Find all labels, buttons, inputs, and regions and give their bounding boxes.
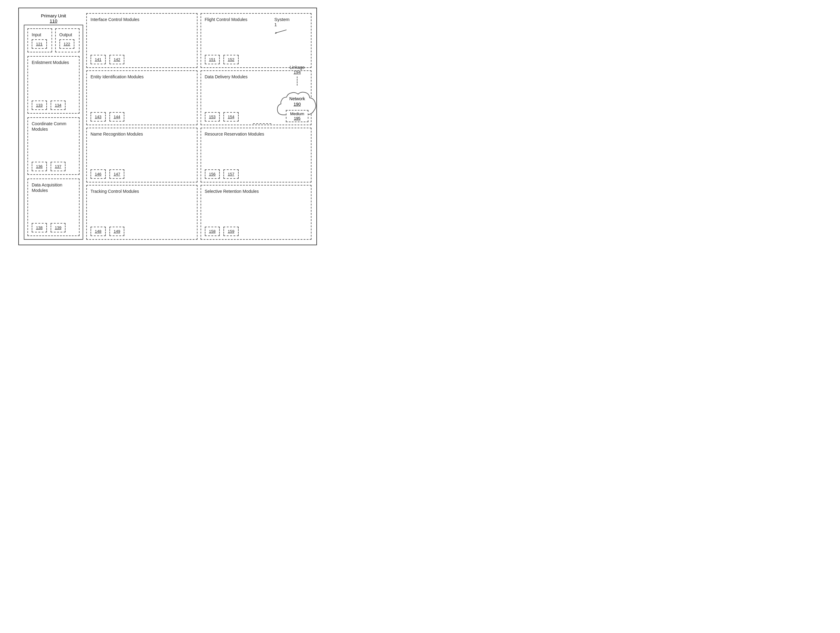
module-158: 158 [205, 227, 220, 236]
primary-unit-title: Primary Unit 110 [24, 13, 83, 24]
module-143: 143 [90, 112, 106, 121]
module-151: 151 [205, 55, 220, 64]
resource-reservation-boxes: 156 157 [205, 169, 238, 179]
module-148: 148 [90, 227, 106, 236]
input-output-row: Input 121 Output 122 [27, 28, 79, 52]
module-154: 154 [223, 112, 238, 121]
output-title: Output [60, 32, 72, 38]
module-136: 136 [32, 162, 47, 171]
module-137: 137 [51, 162, 66, 171]
entity-identification-title: Entity Identification Modules [90, 74, 144, 80]
module-157: 157 [223, 169, 238, 179]
enlistment-boxes: 133 134 [32, 101, 66, 110]
linkage-line [297, 76, 297, 86]
system-label: System 1 [274, 17, 289, 27]
module-133: 133 [32, 101, 47, 110]
input-title: Input [32, 32, 41, 38]
network-label: Network 190 [274, 96, 320, 107]
data-acquisition-title: Data Acquisition Modules [32, 182, 75, 193]
module-139: 139 [51, 223, 66, 232]
module-153: 153 [205, 112, 220, 121]
coordinate-group: Coordinate Comm Modules 136 137 [27, 117, 79, 175]
entity-identification-group: Entity Identification Modules 143 144 [86, 70, 197, 125]
fourth-row: Tracking Control Modules 148 149 Selecti… [86, 185, 311, 240]
module-159: 159 [223, 227, 238, 236]
resource-reservation-title: Resource Reservation Modules [205, 131, 264, 137]
selective-retention-title: Selective Retention Modules [205, 189, 259, 194]
module-141: 141 [90, 55, 106, 64]
input-boxes: 121 [32, 39, 47, 49]
tracking-control-title: Tracking Control Modules [90, 189, 139, 194]
interface-control-title: Interface Control Modules [90, 17, 139, 22]
coordinate-title: Coordinate Comm Modules [32, 121, 75, 132]
system-arrow [274, 28, 289, 35]
name-recognition-title: Name Recognition Modules [90, 131, 143, 137]
module-121: 121 [32, 39, 47, 49]
outer-border: Primary Unit 110 Input 121 [18, 8, 317, 245]
enlistment-title: Enlistment Modules [32, 60, 69, 65]
h-linkage-line [253, 123, 271, 124]
name-recognition-group: Name Recognition Modules 146 147 [86, 128, 197, 183]
data-delivery-title: Data Delivery Modules [205, 74, 248, 80]
system-label-area: System 1 [274, 17, 289, 35]
main-area: Primary Unit 110 Input 121 [24, 13, 311, 240]
system-arrow-icon [274, 28, 289, 35]
right-panel: System 1 Linkage 194 [274, 17, 320, 127]
output-boxes: 122 [60, 39, 75, 49]
selective-retention-boxes: 158 159 [205, 227, 238, 236]
linkage-area: Linkage 194 Network 190 Medium 1 [274, 65, 320, 127]
row-1: Primary Unit 110 Input 121 [24, 13, 311, 240]
third-row: Name Recognition Modules 146 147 Resourc… [86, 128, 311, 183]
primary-unit-number: 110 [50, 18, 57, 24]
primary-unit-border: Input 121 Output 122 [24, 25, 83, 240]
data-acquisition-boxes: 138 139 [32, 223, 66, 232]
svg-line-0 [276, 30, 286, 33]
interface-control-group: Interface Control Modules 141 142 [86, 13, 197, 68]
module-134: 134 [51, 101, 66, 110]
module-156: 156 [205, 169, 220, 179]
output-group: Output 122 [55, 28, 80, 52]
module-142: 142 [109, 55, 125, 64]
entity-identification-boxes: 143 144 [90, 112, 124, 121]
network-cloud: Network 190 Medium 195 [274, 87, 320, 127]
module-146: 146 [90, 169, 106, 179]
primary-unit-container: Primary Unit 110 Input 121 [24, 13, 83, 240]
input-group: Input 121 [27, 28, 52, 52]
svg-marker-1 [275, 32, 277, 34]
linkage-label: Linkage 194 [289, 65, 305, 75]
data-acquisition-group: Data Acquisition Modules 138 139 [27, 178, 79, 236]
flight-control-boxes: 151 152 [205, 55, 238, 64]
data-delivery-boxes: 153 154 [205, 112, 238, 121]
module-152: 152 [223, 55, 238, 64]
module-144: 144 [109, 112, 125, 121]
module-138: 138 [32, 223, 47, 232]
module-149: 149 [109, 227, 125, 236]
interface-control-boxes: 141 142 [90, 55, 124, 64]
selective-retention-group: Selective Retention Modules 158 159 [201, 185, 312, 240]
enlistment-group: Enlistment Modules 133 134 [27, 56, 79, 113]
medium-box: Medium 195 [286, 110, 308, 122]
page: Primary Unit 110 Input 121 [6, 5, 329, 248]
resource-reservation-group: Resource Reservation Modules 156 157 [201, 128, 312, 183]
flight-control-title: Flight Control Modules [205, 17, 248, 22]
tracking-control-boxes: 148 149 [90, 227, 124, 236]
name-recognition-boxes: 146 147 [90, 169, 124, 179]
tracking-control-group: Tracking Control Modules 148 149 [86, 185, 197, 240]
module-122: 122 [60, 39, 75, 49]
module-147: 147 [109, 169, 125, 179]
primary-unit-title-text: Primary Unit [41, 13, 66, 18]
coordinate-boxes: 136 137 [32, 162, 66, 171]
